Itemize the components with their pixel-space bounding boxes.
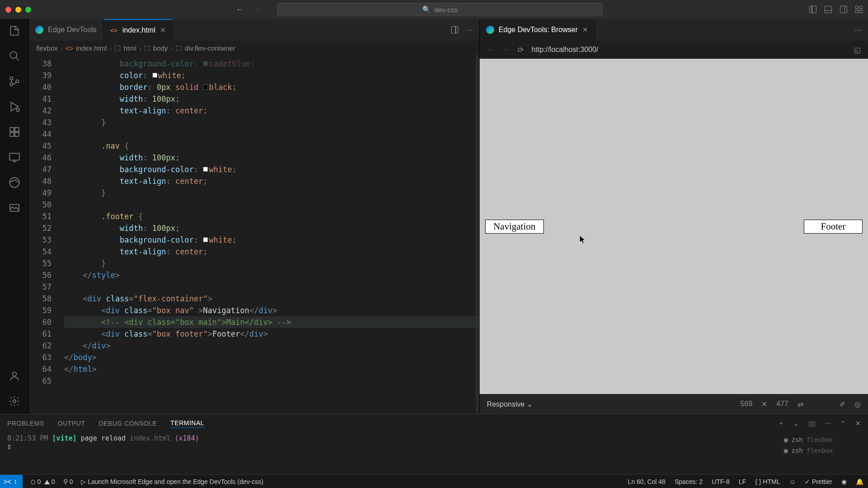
- settings-gear-icon[interactable]: [8, 395, 21, 408]
- open-external-icon[interactable]: ◱: [854, 46, 861, 54]
- remote-badge: 1: [12, 479, 19, 484]
- close-panel-icon[interactable]: ✕: [855, 420, 861, 427]
- panel-tab-output[interactable]: OUTPUT: [58, 420, 85, 427]
- svg-point-4: [16, 108, 19, 112]
- breadcrumb-item[interactable]: html: [123, 44, 136, 52]
- status-errors[interactable]: 0 0: [31, 478, 55, 485]
- device-select[interactable]: Responsive ⌄: [487, 400, 533, 408]
- editor-tabs: Edge DevTools <> index.html ✕ ⋯: [29, 19, 479, 41]
- remote-indicator[interactable]: ><1: [0, 475, 23, 488]
- svg-point-0: [10, 52, 17, 58]
- status-copilot-icon[interactable]: ☺: [789, 478, 796, 485]
- panel-tab-problems[interactable]: PROBLEMS: [7, 420, 44, 427]
- breadcrumb-item[interactable]: div.flex-container: [184, 44, 235, 52]
- close-tab-icon[interactable]: ✕: [582, 26, 588, 34]
- terminal[interactable]: 8:21:53 PM [vite] page reload index.html…: [0, 432, 868, 474]
- forward-button[interactable]: →: [253, 5, 261, 14]
- run-debug-icon[interactable]: [8, 100, 21, 113]
- status-notifications-icon[interactable]: 🔔: [856, 478, 863, 485]
- browser-back-icon[interactable]: ←: [487, 46, 494, 54]
- terminal-shell-icon: ▣: [784, 436, 788, 443]
- code-editor[interactable]: 3839404142434445464748495051525354555657…: [29, 55, 479, 414]
- browser-reload-icon[interactable]: ⟳: [518, 46, 524, 54]
- toggle-left-sidebar-icon[interactable]: [809, 6, 816, 13]
- status-indentation[interactable]: Spaces: 2: [675, 478, 703, 485]
- status-ports[interactable]: ⚲ 0: [63, 478, 73, 485]
- tab-label: Edge DevTools: [48, 26, 97, 34]
- status-cursor-position[interactable]: Ln 60, Col 48: [628, 478, 665, 485]
- rotate-icon[interactable]: ⇄: [797, 400, 803, 408]
- breadcrumb-item[interactable]: body: [153, 44, 168, 52]
- svg-point-13: [13, 400, 16, 403]
- terminal-cwd: flexbox: [807, 447, 833, 454]
- search-icon[interactable]: [8, 50, 21, 62]
- toggle-right-sidebar-icon[interactable]: [840, 6, 847, 13]
- tab-edge-browser[interactable]: Edge DevTools: Browser ✕: [480, 19, 595, 41]
- activity-bar: [0, 19, 29, 414]
- terminal-cursor: ▯: [7, 442, 784, 450]
- browser-preview-group: Edge DevTools: Browser ✕ ⋯ ← → ⟳ http://…: [480, 19, 868, 414]
- terminal-list-item[interactable]: ▣ zsh flexbox: [784, 445, 861, 456]
- status-encoding[interactable]: UTF-8: [712, 478, 730, 485]
- tab-edge-devtools[interactable]: Edge DevTools: [29, 19, 104, 41]
- status-prettier[interactable]: ✓ Prettier: [805, 478, 832, 485]
- status-language[interactable]: { } HTML: [755, 478, 780, 485]
- terminal-message: page reload: [81, 434, 126, 442]
- svg-rect-8: [15, 132, 19, 136]
- eyedropper-icon[interactable]: ✐: [840, 400, 845, 408]
- status-screencast-icon[interactable]: ◉: [841, 478, 847, 485]
- window-controls: [5, 7, 31, 13]
- search-text: dev-css: [434, 6, 458, 14]
- breadcrumb[interactable]: flexbox› <>index.html› ⬚html› ⬚body› ⬚di…: [29, 41, 479, 55]
- terminal-dropdown-icon[interactable]: ⌄: [793, 420, 799, 427]
- split-editor-icon[interactable]: [451, 26, 458, 33]
- svg-point-3: [16, 80, 19, 83]
- address-bar[interactable]: http://localhost:3000/: [532, 46, 599, 54]
- remote-explorer-icon[interactable]: [8, 151, 21, 164]
- terminal-cwd: flexbox: [807, 436, 833, 443]
- customize-layout-icon[interactable]: [855, 6, 863, 13]
- back-button[interactable]: ←: [236, 5, 244, 14]
- source-control-icon[interactable]: [8, 75, 21, 88]
- terminal-tag: [vite]: [52, 434, 76, 442]
- accounts-icon[interactable]: [8, 370, 21, 382]
- new-terminal-icon[interactable]: ＋: [778, 419, 785, 427]
- status-eol[interactable]: LF: [739, 478, 746, 485]
- command-center-search[interactable]: 🔍 dev-css: [277, 3, 603, 16]
- edge-tools-icon[interactable]: [8, 176, 21, 189]
- browser-forward-icon[interactable]: →: [502, 46, 509, 54]
- toggle-bottom-panel-icon[interactable]: [825, 6, 832, 13]
- panel-tab-terminal[interactable]: TERMINAL: [170, 419, 204, 428]
- code-content[interactable]: background-color: cadetblue; color: whit…: [64, 55, 479, 414]
- minimap[interactable]: [476, 55, 479, 414]
- close-tab-icon[interactable]: ✕: [160, 26, 166, 34]
- tab-label: index.html: [123, 26, 156, 34]
- breadcrumb-item[interactable]: index.html: [76, 44, 107, 52]
- breadcrumb-item[interactable]: flexbox: [36, 44, 58, 52]
- inspect-icon[interactable]: ◎: [854, 400, 861, 408]
- image-preview-icon[interactable]: [8, 202, 21, 214]
- split-terminal-icon[interactable]: ▯▯: [808, 420, 816, 427]
- more-actions-icon[interactable]: ⋯: [854, 26, 862, 34]
- minimize-window-button[interactable]: [15, 7, 21, 13]
- status-launch-task[interactable]: ▷ Launch Microsoft Edge and open the Edg…: [81, 478, 263, 485]
- code-editor-group: Edge DevTools <> index.html ✕ ⋯ flexbox›…: [29, 19, 480, 414]
- svg-rect-6: [15, 127, 19, 131]
- maximize-panel-icon[interactable]: ⌃: [840, 420, 846, 427]
- more-actions-icon[interactable]: ⋯: [825, 420, 832, 427]
- more-actions-icon[interactable]: ⋯: [466, 26, 473, 34]
- page-preview[interactable]: Navigation Footer: [480, 59, 868, 394]
- panel-tab-debug-console[interactable]: DEBUG CONSOLE: [99, 420, 157, 427]
- panel-tabs: PROBLEMS OUTPUT DEBUG CONSOLE TERMINAL ＋…: [0, 414, 868, 432]
- tab-index-html[interactable]: <> index.html ✕: [104, 19, 173, 41]
- status-bar: ><1 0 0 ⚲ 0 ▷ Launch Microsoft Edge and …: [0, 474, 868, 488]
- explorer-icon[interactable]: [8, 24, 21, 37]
- close-window-button[interactable]: [5, 7, 11, 13]
- viewport-height[interactable]: 477: [776, 400, 788, 408]
- maximize-window-button[interactable]: [25, 7, 31, 13]
- terminal-list-item[interactable]: ▣ zsh flexbox: [784, 434, 861, 445]
- edge-icon: [35, 26, 43, 34]
- svg-point-1: [10, 77, 13, 80]
- viewport-width[interactable]: 569: [741, 400, 753, 408]
- extensions-icon[interactable]: [8, 126, 21, 138]
